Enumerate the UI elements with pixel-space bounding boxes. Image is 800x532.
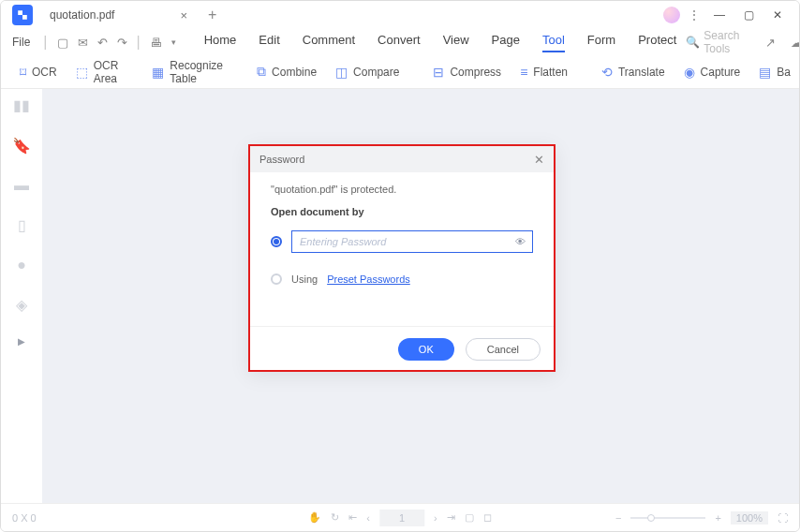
translate-icon: ⟲ xyxy=(601,65,613,80)
table-icon: ▦ xyxy=(152,65,164,80)
share-icon[interactable]: ↗ xyxy=(763,36,777,50)
batch-button[interactable]: ▤Ba xyxy=(753,65,796,80)
document-tab[interactable]: quotation.pdf × xyxy=(38,2,199,28)
search-placeholder: Search Tools xyxy=(704,29,750,55)
compress-icon: ⊟ xyxy=(433,65,444,80)
menubar: File | ▢ ✉ ↶ ↷ | 🖶 ▾ Home Edit Comment C… xyxy=(1,29,799,55)
zoom-slider[interactable] xyxy=(630,517,705,519)
ocr-button[interactable]: ⌑OCR xyxy=(14,65,63,80)
close-window-button[interactable]: ✕ xyxy=(767,8,788,22)
user-avatar[interactable] xyxy=(663,7,680,23)
print-dropdown-icon[interactable]: ▾ xyxy=(171,37,176,47)
attachments-icon[interactable]: ▯ xyxy=(18,216,26,234)
capture-icon: ◉ xyxy=(684,65,695,80)
menu-tabs: Home Edit Comment Convert View Page Tool… xyxy=(204,33,677,52)
dialog-header: Password ✕ xyxy=(250,146,554,172)
fit-width-icon[interactable]: ◻ xyxy=(483,511,492,524)
menu-comment[interactable]: Comment xyxy=(303,33,355,52)
tab-label: quotation.pdf xyxy=(50,8,114,22)
compress-button[interactable]: ⊟Compress xyxy=(427,65,507,80)
combine-icon: ⧉ xyxy=(257,64,266,80)
redo-icon[interactable]: ↷ xyxy=(117,36,127,50)
print-icon[interactable]: 🖶 xyxy=(150,36,162,50)
zoom-value[interactable]: 100% xyxy=(731,511,768,525)
tab-close-icon[interactable]: × xyxy=(180,8,187,22)
ocr-area-button[interactable]: ⬚OCR Area xyxy=(70,59,125,85)
flatten-icon: ≡ xyxy=(520,65,527,80)
ok-button[interactable]: OK xyxy=(398,338,454,361)
cursor-position: 0 X 0 xyxy=(12,512,37,524)
thumbnails-icon[interactable]: ▮▮ xyxy=(13,96,30,114)
ocr-area-icon: ⬚ xyxy=(76,65,88,80)
compare-icon: ◫ xyxy=(335,65,348,80)
password-input[interactable] xyxy=(291,230,533,253)
comments-icon[interactable]: ▬ xyxy=(14,177,29,194)
zoom-in-icon[interactable]: + xyxy=(715,512,720,524)
menu-form[interactable]: Form xyxy=(587,33,615,52)
compare-button[interactable]: ◫Compare xyxy=(330,65,405,80)
menu-home[interactable]: Home xyxy=(204,33,237,52)
undo-icon[interactable]: ↶ xyxy=(97,36,108,50)
ocr-icon: ⌑ xyxy=(20,65,26,80)
search-icon: 🔍 xyxy=(686,36,700,49)
kebab-menu-icon[interactable]: ⋮ xyxy=(688,7,701,22)
search-tools[interactable]: 🔍 Search Tools xyxy=(686,29,750,55)
fields-icon[interactable]: ● xyxy=(17,257,26,273)
cloud-icon[interactable]: ☁ xyxy=(790,36,800,50)
using-label: Using xyxy=(291,273,318,285)
minimize-button[interactable]: — xyxy=(708,8,731,22)
zoom-out-icon[interactable]: − xyxy=(615,512,621,524)
flatten-button[interactable]: ≡Flatten xyxy=(514,65,573,80)
rotate-icon[interactable]: ↻ xyxy=(331,511,339,524)
layers-icon[interactable]: ◈ xyxy=(16,296,27,314)
fit-page-icon[interactable]: ▢ xyxy=(465,511,474,524)
capture-button[interactable]: ◉Capture xyxy=(678,65,747,80)
radio-enter-password[interactable] xyxy=(271,236,282,247)
combine-button[interactable]: ⧉Combine xyxy=(251,64,322,80)
tool-toolbar: ⌑OCR ⬚OCR Area ▦Recognize Table ⧉Combine… xyxy=(1,55,799,89)
page-number[interactable]: 1 xyxy=(379,510,424,526)
radio-preset-passwords[interactable] xyxy=(271,273,282,285)
menu-tool[interactable]: Tool xyxy=(542,33,565,52)
translate-button[interactable]: ⟲Translate xyxy=(596,65,671,80)
maximize-button[interactable]: ▢ xyxy=(738,8,760,22)
prev-page-icon[interactable]: ‹ xyxy=(366,512,370,524)
menu-protect[interactable]: Protect xyxy=(638,33,676,52)
fullscreen-icon[interactable]: ⛶ xyxy=(778,512,788,524)
next-page-icon[interactable]: › xyxy=(434,512,437,524)
bookmarks-icon[interactable]: 🔖 xyxy=(12,137,31,155)
dialog-message: "quotation.pdf" is protected. xyxy=(271,184,533,195)
expand-left-icon[interactable]: ▶ xyxy=(18,336,25,347)
password-dialog: Password ✕ "quotation.pdf" is protected.… xyxy=(248,144,556,372)
menu-page[interactable]: Page xyxy=(492,33,520,52)
dialog-title: Password xyxy=(259,154,304,165)
hand-tool-icon[interactable]: ✋ xyxy=(308,511,321,524)
cancel-button[interactable]: Cancel xyxy=(466,338,541,361)
titlebar: quotation.pdf × + ⋮ — ▢ ✕ xyxy=(1,1,799,29)
save-icon[interactable]: ▢ xyxy=(57,36,68,50)
batch-icon: ▤ xyxy=(759,65,771,80)
file-menu[interactable]: File xyxy=(12,36,30,49)
first-page-icon[interactable]: ⇤ xyxy=(348,511,357,524)
left-sidebar: ▮▮ 🔖 ▬ ▯ ● ◈ ▶ xyxy=(1,89,42,503)
dialog-close-icon[interactable]: ✕ xyxy=(534,153,544,167)
recognize-table-button[interactable]: ▦Recognize Table xyxy=(146,59,229,85)
menu-view[interactable]: View xyxy=(443,33,469,52)
app-icon xyxy=(12,5,33,25)
dialog-subheading: Open document by xyxy=(271,206,533,217)
preset-passwords-link[interactable]: Preset Passwords xyxy=(327,273,410,285)
mail-icon[interactable]: ✉ xyxy=(78,36,88,50)
statusbar: 0 X 0 ✋ ↻ ⇤ ‹ 1 › ⇥ ▢ ◻ − + 100% ⛶ xyxy=(1,503,799,531)
menu-convert[interactable]: Convert xyxy=(378,33,421,52)
last-page-icon[interactable]: ⇥ xyxy=(447,511,455,524)
menu-edit[interactable]: Edit xyxy=(259,33,279,52)
new-tab-button[interactable]: + xyxy=(208,7,216,23)
